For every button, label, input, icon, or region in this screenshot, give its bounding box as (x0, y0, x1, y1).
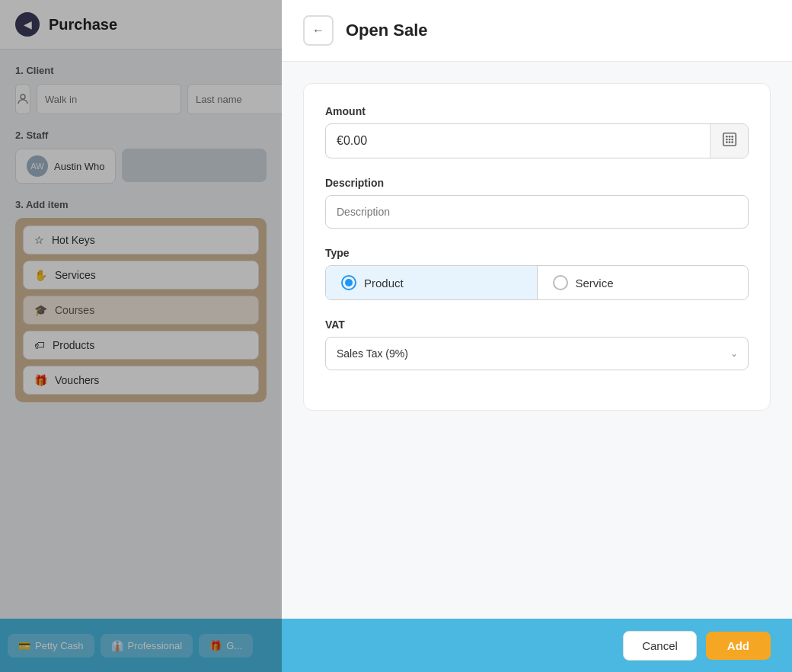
amount-label: Amount (325, 105, 749, 117)
type-label: Type (325, 247, 749, 259)
amount-input-wrapper (325, 123, 749, 158)
open-sale-modal: ← Open Sale Amount (282, 0, 792, 672)
modal-body: Amount (282, 62, 792, 619)
cancel-button[interactable]: Cancel (623, 631, 697, 661)
modal-header: ← Open Sale (282, 0, 792, 62)
vat-select[interactable]: Sales Tax (9%) No Tax Tax 20% (325, 337, 749, 370)
type-service-option[interactable]: Service (538, 266, 749, 299)
type-group: Type Product Service (325, 247, 749, 300)
calculator-icon (721, 131, 738, 152)
open-sale-form: Amount (303, 83, 771, 411)
type-radio-group: Product Service (325, 265, 749, 300)
description-label: Description (325, 177, 749, 189)
service-radio-circle (553, 275, 568, 290)
description-group: Description (325, 177, 749, 229)
vat-group: VAT Sales Tax (9%) No Tax Tax 20% ⌄ (325, 318, 749, 370)
amount-group: Amount (325, 105, 749, 158)
product-radio-label: Product (364, 277, 404, 290)
add-button[interactable]: Add (706, 632, 771, 660)
calculator-button[interactable] (710, 124, 748, 158)
amount-input[interactable] (326, 124, 710, 158)
product-radio-circle (341, 275, 356, 290)
service-radio-label: Service (576, 277, 614, 290)
vat-label: VAT (325, 318, 749, 331)
modal-back-button[interactable]: ← (303, 15, 334, 46)
description-input[interactable] (325, 195, 749, 229)
modal-title: Open Sale (346, 21, 428, 40)
modal-footer: Cancel Add (282, 619, 792, 672)
vat-select-wrapper: Sales Tax (9%) No Tax Tax 20% ⌄ (325, 337, 749, 370)
type-product-option[interactable]: Product (326, 266, 538, 299)
back-arrow-icon: ← (312, 24, 324, 37)
